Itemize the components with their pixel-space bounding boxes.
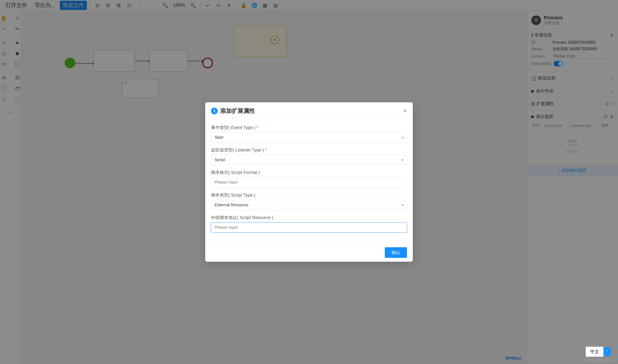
modal-body: 事件类型( Event Type )* Start End Take 监听器类型… <box>205 119 413 243</box>
modal: ℹ 添加扩展属性 ✕ 事件类型( Event Type )* Start End… <box>205 102 413 262</box>
script-type-label: 脚本类型( Script Type ) <box>211 192 407 198</box>
confirm-button[interactable]: 确认 <box>385 247 407 258</box>
script-type-field: 脚本类型( Script Type ) External Resource In… <box>211 192 407 210</box>
script-resource-input[interactable] <box>211 222 407 233</box>
modal-title: ℹ 添加扩展属性 <box>211 107 255 115</box>
script-type-select[interactable]: External Resource Inline Script <box>211 200 407 210</box>
event-type-required: * <box>256 125 258 130</box>
modal-close-button[interactable]: ✕ <box>403 108 407 114</box>
script-type-select-wrapper: External Resource Inline Script <box>211 200 407 210</box>
lang-quote: ” <box>604 347 611 356</box>
script-resource-field: 外链脚本地址( Script Resource ) <box>211 215 407 233</box>
script-resource-label: 外链脚本地址( Script Resource ) <box>211 215 407 221</box>
listener-type-field: 监听器类型( Listener Type )* Script Class Exp… <box>211 147 407 165</box>
modal-title-text: 添加扩展属性 <box>220 107 255 115</box>
lang-button[interactable]: 中文 <box>586 347 604 357</box>
listener-type-required: * <box>265 148 267 153</box>
event-type-select-wrapper: Start End Take <box>211 132 407 142</box>
modal-footer: 确认 <box>205 243 413 262</box>
script-format-input[interactable] <box>211 177 407 187</box>
listener-type-select[interactable]: Script Class Expression Delegate Express… <box>211 155 407 165</box>
event-type-field: 事件类型( Event Type )* Start End Take <box>211 125 407 142</box>
script-format-field: 脚本格式( Script Format ) <box>211 169 407 187</box>
event-type-label: 事件类型( Event Type )* <box>211 125 407 130</box>
lang-switcher: 中文 ” <box>586 347 611 357</box>
csdn-watermark: CSDN @进击的王十一 <box>585 358 617 363</box>
modal-title-icon: ℹ <box>211 108 218 114</box>
modal-header: ℹ 添加扩展属性 ✕ <box>205 102 413 119</box>
script-format-label: 脚本格式( Script Format ) <box>211 169 407 175</box>
listener-type-label: 监听器类型( Listener Type )* <box>211 147 407 153</box>
listener-type-select-wrapper: Script Class Expression Delegate Express… <box>211 155 407 165</box>
event-type-select[interactable]: Start End Take <box>211 132 407 142</box>
modal-overlay: ℹ 添加扩展属性 ✕ 事件类型( Event Type )* Start End… <box>0 0 618 364</box>
